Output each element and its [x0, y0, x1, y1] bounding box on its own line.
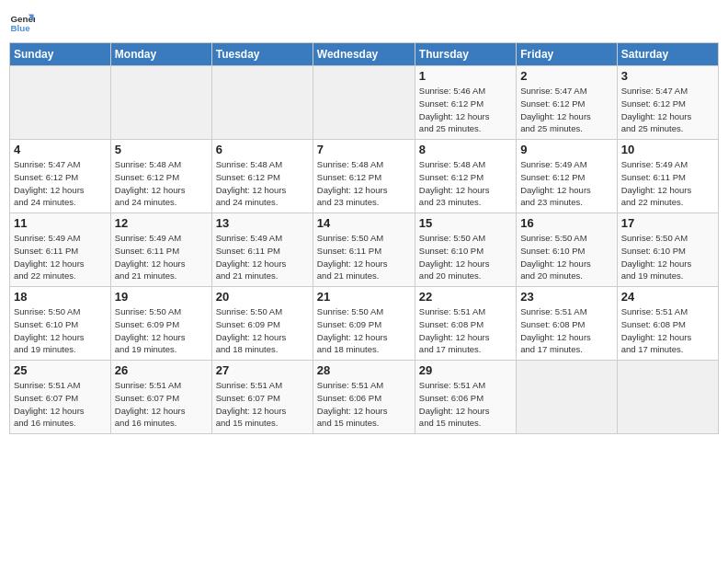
day-number: 20 — [216, 290, 309, 304]
calendar-cell: 20Sunrise: 5:50 AM Sunset: 6:09 PM Dayli… — [211, 287, 313, 361]
day-number: 5 — [115, 143, 208, 156]
day-number: 19 — [115, 290, 208, 304]
day-info: Sunrise: 5:48 AM Sunset: 6:12 PM Dayligh… — [115, 158, 208, 209]
calendar-cell: 18Sunrise: 5:50 AM Sunset: 6:10 PM Dayli… — [10, 287, 111, 361]
calendar-cell: 7Sunrise: 5:48 AM Sunset: 6:12 PM Daylig… — [313, 140, 415, 213]
day-info: Sunrise: 5:47 AM Sunset: 6:12 PM Dayligh… — [14, 158, 107, 209]
day-info: Sunrise: 5:47 AM Sunset: 6:12 PM Dayligh… — [520, 85, 612, 135]
calendar-cell: 9Sunrise: 5:49 AM Sunset: 6:12 PM Daylig… — [517, 140, 617, 213]
day-info: Sunrise: 5:51 AM Sunset: 6:06 PM Dayligh… — [317, 379, 411, 430]
col-header-friday: Friday — [517, 43, 617, 66]
calendar-cell — [313, 66, 415, 140]
day-info: Sunrise: 5:50 AM Sunset: 6:10 PM Dayligh… — [621, 232, 714, 282]
day-info: Sunrise: 5:48 AM Sunset: 6:12 PM Dayligh… — [317, 158, 411, 209]
calendar-cell: 27Sunrise: 5:51 AM Sunset: 6:07 PM Dayli… — [211, 361, 313, 434]
calendar-cell: 14Sunrise: 5:50 AM Sunset: 6:11 PM Dayli… — [313, 213, 415, 287]
day-number: 14 — [317, 216, 411, 230]
day-number: 10 — [621, 143, 714, 156]
day-info: Sunrise: 5:49 AM Sunset: 6:11 PM Dayligh… — [216, 232, 309, 282]
calendar-cell: 24Sunrise: 5:51 AM Sunset: 6:08 PM Dayli… — [617, 287, 718, 361]
day-number: 22 — [419, 290, 512, 304]
calendar-cell: 23Sunrise: 5:51 AM Sunset: 6:08 PM Dayli… — [517, 287, 617, 361]
calendar-cell — [617, 361, 718, 434]
calendar-cell — [211, 66, 313, 140]
logo: General Blue — [9, 9, 39, 35]
day-info: Sunrise: 5:49 AM Sunset: 6:11 PM Dayligh… — [115, 232, 208, 282]
day-info: Sunrise: 5:51 AM Sunset: 6:07 PM Dayligh… — [115, 379, 208, 430]
week-row-1: 1Sunrise: 5:46 AM Sunset: 6:12 PM Daylig… — [10, 66, 719, 140]
day-info: Sunrise: 5:48 AM Sunset: 6:12 PM Dayligh… — [419, 158, 512, 209]
day-number: 21 — [317, 290, 411, 304]
day-number: 9 — [520, 143, 612, 156]
logo-icon: General Blue — [9, 9, 35, 35]
calendar-header: SundayMondayTuesdayWednesdayThursdayFrid… — [10, 43, 719, 66]
svg-text:Blue: Blue — [10, 23, 30, 33]
day-number: 16 — [520, 216, 612, 230]
col-header-saturday: Saturday — [617, 43, 718, 66]
day-info: Sunrise: 5:50 AM Sunset: 6:09 PM Dayligh… — [317, 305, 411, 356]
calendar-cell: 3Sunrise: 5:47 AM Sunset: 6:12 PM Daylig… — [617, 66, 718, 140]
col-header-thursday: Thursday — [415, 43, 516, 66]
day-info: Sunrise: 5:46 AM Sunset: 6:12 PM Dayligh… — [419, 85, 512, 135]
calendar-cell: 25Sunrise: 5:51 AM Sunset: 6:07 PM Dayli… — [10, 361, 111, 434]
calendar-cell: 15Sunrise: 5:50 AM Sunset: 6:10 PM Dayli… — [415, 213, 516, 287]
calendar-cell: 8Sunrise: 5:48 AM Sunset: 6:12 PM Daylig… — [415, 140, 516, 213]
calendar-cell: 10Sunrise: 5:49 AM Sunset: 6:11 PM Dayli… — [617, 140, 718, 213]
calendar-cell: 28Sunrise: 5:51 AM Sunset: 6:06 PM Dayli… — [313, 361, 415, 434]
col-header-monday: Monday — [110, 43, 211, 66]
day-number: 6 — [216, 143, 309, 156]
day-info: Sunrise: 5:47 AM Sunset: 6:12 PM Dayligh… — [621, 85, 714, 135]
day-number: 17 — [621, 216, 714, 230]
day-info: Sunrise: 5:50 AM Sunset: 6:09 PM Dayligh… — [216, 305, 309, 356]
week-row-5: 25Sunrise: 5:51 AM Sunset: 6:07 PM Dayli… — [10, 361, 719, 434]
page-header: General Blue — [9, 9, 719, 35]
calendar-cell: 1Sunrise: 5:46 AM Sunset: 6:12 PM Daylig… — [415, 66, 516, 140]
day-number: 23 — [520, 290, 612, 304]
day-info: Sunrise: 5:51 AM Sunset: 6:06 PM Dayligh… — [419, 379, 512, 430]
day-info: Sunrise: 5:50 AM Sunset: 6:11 PM Dayligh… — [317, 232, 411, 282]
day-number: 18 — [14, 290, 107, 304]
day-number: 3 — [621, 69, 714, 83]
calendar-cell: 11Sunrise: 5:49 AM Sunset: 6:11 PM Dayli… — [10, 213, 111, 287]
col-header-sunday: Sunday — [10, 43, 111, 66]
day-info: Sunrise: 5:51 AM Sunset: 6:07 PM Dayligh… — [216, 379, 309, 430]
calendar-table: SundayMondayTuesdayWednesdayThursdayFrid… — [9, 42, 719, 434]
day-number: 29 — [419, 363, 512, 377]
day-number: 26 — [115, 363, 208, 377]
calendar-cell: 12Sunrise: 5:49 AM Sunset: 6:11 PM Dayli… — [110, 213, 211, 287]
day-number: 2 — [520, 69, 612, 83]
calendar-cell — [10, 66, 111, 140]
day-number: 25 — [14, 363, 107, 377]
day-number: 27 — [216, 363, 309, 377]
day-number: 28 — [317, 363, 411, 377]
day-info: Sunrise: 5:51 AM Sunset: 6:07 PM Dayligh… — [14, 379, 107, 430]
calendar-cell: 5Sunrise: 5:48 AM Sunset: 6:12 PM Daylig… — [110, 140, 211, 213]
calendar-cell: 21Sunrise: 5:50 AM Sunset: 6:09 PM Dayli… — [313, 287, 415, 361]
day-info: Sunrise: 5:49 AM Sunset: 6:12 PM Dayligh… — [520, 158, 612, 209]
calendar-cell: 16Sunrise: 5:50 AM Sunset: 6:10 PM Dayli… — [517, 213, 617, 287]
day-info: Sunrise: 5:48 AM Sunset: 6:12 PM Dayligh… — [216, 158, 309, 209]
week-row-4: 18Sunrise: 5:50 AM Sunset: 6:10 PM Dayli… — [10, 287, 719, 361]
day-info: Sunrise: 5:51 AM Sunset: 6:08 PM Dayligh… — [520, 305, 612, 356]
day-info: Sunrise: 5:51 AM Sunset: 6:08 PM Dayligh… — [621, 305, 714, 356]
day-number: 7 — [317, 143, 411, 156]
day-info: Sunrise: 5:49 AM Sunset: 6:11 PM Dayligh… — [14, 232, 107, 282]
week-row-3: 11Sunrise: 5:49 AM Sunset: 6:11 PM Dayli… — [10, 213, 719, 287]
day-number: 11 — [14, 216, 107, 230]
calendar-cell: 26Sunrise: 5:51 AM Sunset: 6:07 PM Dayli… — [110, 361, 211, 434]
calendar-cell: 17Sunrise: 5:50 AM Sunset: 6:10 PM Dayli… — [617, 213, 718, 287]
day-number: 13 — [216, 216, 309, 230]
col-header-wednesday: Wednesday — [313, 43, 415, 66]
week-row-2: 4Sunrise: 5:47 AM Sunset: 6:12 PM Daylig… — [10, 140, 719, 213]
day-number: 1 — [419, 69, 512, 83]
calendar-cell: 13Sunrise: 5:49 AM Sunset: 6:11 PM Dayli… — [211, 213, 313, 287]
calendar-cell: 29Sunrise: 5:51 AM Sunset: 6:06 PM Dayli… — [415, 361, 516, 434]
day-number: 15 — [419, 216, 512, 230]
day-number: 24 — [621, 290, 714, 304]
day-number: 12 — [115, 216, 208, 230]
day-info: Sunrise: 5:50 AM Sunset: 6:10 PM Dayligh… — [419, 232, 512, 282]
day-number: 4 — [14, 143, 107, 156]
calendar-cell: 19Sunrise: 5:50 AM Sunset: 6:09 PM Dayli… — [110, 287, 211, 361]
calendar-cell: 6Sunrise: 5:48 AM Sunset: 6:12 PM Daylig… — [211, 140, 313, 213]
calendar-cell: 4Sunrise: 5:47 AM Sunset: 6:12 PM Daylig… — [10, 140, 111, 213]
